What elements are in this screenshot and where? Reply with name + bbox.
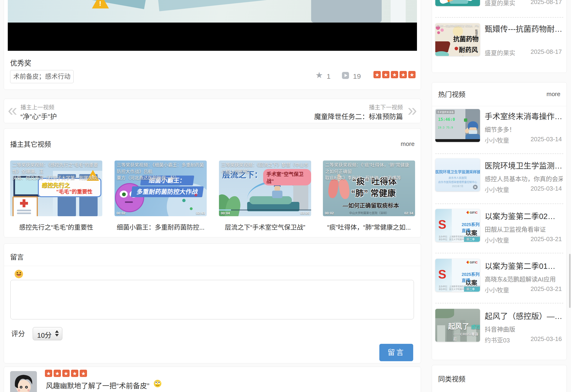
submit-comment-button[interactable]: 留言 — [379, 344, 413, 361]
latest-title[interactable]: 甄嬛传---抗菌药物耐… — [485, 23, 563, 34]
dashed-divider — [435, 17, 563, 18]
thumb-title-line2: “肺” 常健康 — [351, 186, 396, 199]
banner-text-2: “毛毛”的重要性 — [56, 187, 92, 195]
scrollbar-thumb[interactable] — [569, 254, 571, 308]
hot-date-1: 2025-03-14 — [530, 136, 562, 143]
sific-s: S — [438, 217, 446, 231]
diamond-icon — [466, 261, 470, 264]
related-videos-card: 播主其它视频 more 感控先行之 “毛毛”的重要性 ! — [4, 128, 421, 237]
play-count-icon — [342, 72, 349, 79]
video-tag[interactable]: 术前备皮；感术行动 — [10, 70, 73, 83]
mini-germ — [190, 207, 193, 210]
time-end: 03:05 — [300, 211, 309, 215]
smiley-tongue-icon — [14, 269, 23, 279]
rating-star-icon[interactable]: ★ — [382, 71, 389, 78]
hot-title-5[interactable]: 起风了（感控版）—… — [485, 310, 563, 321]
time-start: 00:04 — [221, 211, 230, 215]
mini-germ — [182, 199, 186, 202]
time-start: 00:02 — [117, 211, 125, 215]
hot-title-1[interactable]: 手术室终末消毒操作… — [485, 110, 563, 122]
related-thumb-2[interactable]: 细菌小霸王： 多重耐药菌防控大作战 三等奖获奖视频：《细菌小霸王：多重耐药菌防控… — [115, 161, 207, 216]
blossom-art — [437, 31, 440, 34]
avatar — [10, 371, 37, 392]
related-section-title: 播主其它视频 — [10, 139, 51, 149]
warning-triangle-icon: ! — [92, 0, 109, 8]
hot-date-3: 2025-03-21 — [530, 236, 562, 243]
divider — [4, 266, 421, 266]
hot-videos-card: 热门视频 more 15:46:0 19:3 75:9 手术室终末消毒 手术室终… — [432, 82, 567, 360]
comment-section-title: 留言 — [10, 252, 24, 262]
similar-section-title: 同类视频 — [438, 374, 465, 384]
latest-partial-thumb[interactable] — [435, 0, 480, 6]
video-frame-art: ! — [8, 0, 417, 23]
org-line-2: 承办单位：复旦大学附属中山医院 — [439, 288, 470, 291]
rating-star-icon[interactable]: ★ — [373, 71, 381, 78]
prev-video-label: 播主上一视频 — [20, 103, 54, 111]
hot-thumb-4[interactable]: S SIFIC 2025系列直播 以案为鉴 第二季 第一期 主办单位：上海斯菲克… — [435, 259, 480, 292]
related-thumb-1[interactable]: 感控先行之 “毛毛”的重要性 ! 二等奖获奖视频：《感控先行之“毛毛”的重要性》… — [10, 161, 102, 216]
related-caption-4[interactable]: “痰”吐得体，“肺”常健康之如... — [323, 223, 415, 232]
progress-bar[interactable] — [219, 210, 311, 210]
comment-form-card: 留言 评分 10分 留言 — [4, 243, 421, 363]
next-video-link[interactable]: 播主下一视频 魔童降世任务二：标准预防篇 » — [242, 99, 421, 123]
hot-date-5: 2025-03-16 — [530, 335, 562, 343]
time-end: 02:34 — [404, 211, 413, 215]
art-beam2 — [158, 0, 291, 11]
hot-subtitle-2: 感控人员基本功，你真的会采 — [485, 174, 563, 183]
slide-line3: 启东市医院感染管理质量控制中心 — [435, 180, 480, 184]
play-overlay-icon — [473, 185, 478, 189]
related-caption-1[interactable]: 感控先行之“毛毛”的重要性 — [10, 223, 102, 232]
similar-videos-card: 同类视频 — [432, 365, 567, 392]
patient-art — [249, 196, 292, 204]
city-sub: ——CRBSI零容忍 — [453, 331, 480, 341]
rating-star-icon[interactable]: ★ — [391, 71, 398, 78]
related-thumb-4[interactable]: “痰” 吐得体 “肺” 常健康 —如何正确留取痰标本 中山大学附属第七医院（深圳… — [323, 161, 415, 216]
related-caption-3[interactable]: 层流之下“手术室空气保卫战” — [219, 223, 311, 232]
hot-author-1: 小小牧童 — [485, 136, 509, 144]
sific-logo: SIFIC — [467, 211, 478, 214]
thumb-overlay-text: 二等奖获奖视频：《感控先行之“毛毛”的重要性》仝珊珊、王 凤菊、何文英等（石河子… — [12, 162, 100, 182]
rating-star-icon[interactable]: ★ — [400, 71, 407, 78]
latest-partial-author: 盛夏的果实 — [485, 0, 515, 7]
rating-label: 评分 — [11, 328, 25, 338]
video-player[interactable]: ! — [8, 0, 417, 51]
sific-s: S — [438, 267, 446, 281]
time-start: 00:02 — [325, 211, 334, 215]
player-bar-art — [435, 139, 480, 142]
related-caption-2[interactable]: 细菌小霸王：多重耐药菌防控... — [115, 223, 207, 232]
rating-star-icon: ★ — [45, 370, 52, 377]
slide-line2: 启东市人民医院 — [435, 176, 480, 180]
art-beam — [14, 0, 147, 9]
related-more-link[interactable]: more — [401, 140, 415, 148]
hot-thumb-5[interactable]: 起风了 感控版 ——CRBSI零容忍 — [435, 309, 480, 342]
thumb-top-text: 甄嬛传---抗菌药物耐药风波 祝效鹏、卢琳琳（北京大学深圳医 — [436, 24, 479, 28]
hot-thumb-1[interactable]: 15:46:0 19:3 75:9 手术室终末消毒 — [435, 109, 480, 142]
page: ! 优秀奖 术前备皮；感术行动 ★ 1 19 ★★★★★ « 播主上一视频 “净… — [0, 0, 571, 392]
comment-textarea[interactable] — [10, 280, 414, 319]
org-line-2: 承办单位：复旦大学附属中山医院 — [439, 238, 470, 241]
rating-stars[interactable]: ★★★★★ — [373, 71, 417, 78]
thumb-corner-label: 手术室终末消毒 — [436, 110, 454, 114]
video-control-bar[interactable] — [8, 23, 417, 51]
hot-date-2: 2025-03-14 — [530, 185, 562, 192]
dashed-divider — [435, 154, 563, 154]
hot-title-4[interactable]: 以案为鉴第二季01… — [485, 260, 563, 271]
hot-more-link[interactable]: more — [546, 90, 560, 98]
latest-thumb[interactable]: 甄嬛传---抗菌药物耐药风波 祝效鹏、卢琳琳（北京大学深圳医 抗菌药物 耐药风波… — [435, 23, 480, 56]
rating-star-icon[interactable]: ★ — [408, 71, 416, 78]
hot-thumb-2[interactable]: 医院环境卫生学监测采样操作 启东市人民医院 启东市医院感染管理质量控制中心 20… — [435, 158, 480, 191]
hot-title-2[interactable]: 医院环境卫生学监测… — [485, 160, 563, 171]
emoji-picker-button[interactable] — [14, 269, 23, 279]
prev-next-card: « 播主上一视频 “净”心“手”护 播主下一视频 魔童降世任务二：标准预防篇 » — [4, 99, 421, 123]
hot-title-3[interactable]: 以案为鉴第二季02… — [485, 210, 563, 221]
hot-section-title: 热门视频 — [438, 89, 465, 99]
time-end: 02:43 — [196, 211, 205, 215]
blossom-art — [440, 28, 444, 32]
related-thumb-3[interactable]: 层流之下： 手术室“空气保卫战” 三等奖获奖视频：《层流之下》黎慧（中山市小榄人… — [219, 161, 311, 216]
hot-thumb-3[interactable]: S SIFIC 2025系列直播 以案为鉴 第二季 第二期 主办单位：上海斯菲克… — [435, 209, 480, 242]
chevron-right-icon: » — [408, 99, 417, 121]
prev-video-link[interactable]: « 播主上一视频 “净”心“手”护 — [4, 99, 169, 123]
thumb-side-text: 甄嬛传 — [474, 29, 478, 37]
rating-select[interactable]: 10分 — [33, 327, 62, 340]
thumb-overlay-text: 二等奖获奖视频：《“痰”吐得体，“肺”常健康之如何正确留 取痰标本》李秋玲、程依… — [325, 162, 413, 182]
